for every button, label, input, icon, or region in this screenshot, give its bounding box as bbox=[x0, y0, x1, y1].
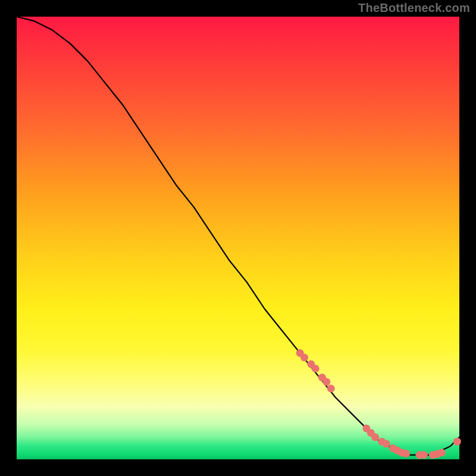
chart-frame: TheBottleneck.com bbox=[0, 0, 476, 476]
marker-dot bbox=[383, 440, 390, 448]
marker-dot bbox=[438, 449, 446, 456]
marker-dot bbox=[322, 378, 330, 386]
plot-area bbox=[17, 17, 459, 459]
watermark-text: TheBottleneck.com bbox=[358, 1, 470, 15]
marker-dot bbox=[371, 433, 379, 441]
marker-dot bbox=[327, 385, 335, 393]
marker-dot bbox=[300, 353, 308, 361]
bottleneck-curve bbox=[17, 17, 459, 455]
curve-svg bbox=[17, 17, 459, 459]
marker-dot bbox=[402, 450, 410, 458]
marker-dot bbox=[312, 365, 320, 372]
marker-dot bbox=[420, 451, 428, 459]
marker-dot bbox=[453, 438, 461, 446]
marker-group bbox=[296, 349, 461, 459]
